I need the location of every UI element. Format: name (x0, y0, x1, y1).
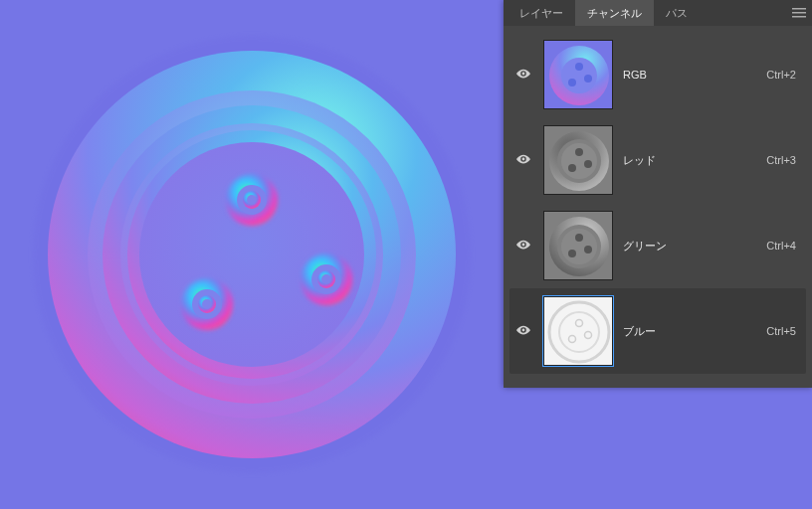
svg-point-35 (568, 164, 576, 172)
channel-name: ブルー (623, 324, 756, 339)
svg-point-44 (584, 246, 592, 254)
channel-thumbnail (543, 211, 613, 280)
document-canvas[interactable] (0, 0, 504, 509)
svg-rect-19 (792, 8, 806, 10)
channel-shortcut: Ctrl+4 (766, 240, 796, 252)
channel-name: レッド (623, 153, 756, 168)
tab-label: チャンネル (587, 6, 642, 21)
svg-point-42 (575, 234, 583, 242)
channel-list: RGB Ctrl+2 レッド Ctrl+3 (504, 26, 812, 380)
panel-tabstrip: レイヤー チャンネル パス (504, 0, 812, 26)
channels-panel: レイヤー チャンネル パス RGB (504, 0, 812, 388)
visibility-toggle[interactable] (513, 240, 533, 252)
svg-point-10 (247, 195, 257, 205)
visibility-toggle[interactable] (513, 69, 533, 81)
channel-thumbnail (543, 125, 613, 195)
svg-point-14 (202, 299, 212, 309)
svg-rect-46 (544, 297, 613, 366)
tab-label: パス (666, 6, 688, 21)
panel-menu-icon[interactable] (792, 8, 806, 18)
normal-map-disc-image (23, 26, 481, 483)
svg-point-36 (584, 160, 592, 168)
channel-row-rgb[interactable]: RGB Ctrl+2 (509, 32, 806, 117)
svg-point-43 (568, 250, 576, 257)
channel-shortcut: Ctrl+2 (766, 69, 796, 81)
svg-point-29 (522, 158, 525, 161)
channel-row-blue[interactable]: ブルー Ctrl+5 (509, 288, 806, 374)
svg-point-37 (522, 244, 525, 247)
visibility-toggle[interactable] (513, 154, 533, 166)
channel-row-red[interactable]: レッド Ctrl+3 (509, 117, 806, 203)
tab-channels[interactable]: チャンネル (575, 0, 654, 26)
channel-thumbnail (543, 40, 613, 109)
svg-point-34 (575, 148, 583, 156)
svg-point-27 (568, 79, 576, 86)
svg-point-26 (575, 63, 583, 71)
tab-label: レイヤー (519, 6, 563, 21)
channel-row-green[interactable]: グリーン Ctrl+4 (509, 203, 806, 288)
channel-shortcut: Ctrl+3 (766, 154, 796, 166)
channel-name: グリーン (623, 239, 756, 254)
svg-point-22 (522, 73, 525, 76)
svg-point-28 (584, 75, 592, 83)
tab-paths[interactable]: パス (654, 0, 700, 26)
visibility-toggle[interactable] (513, 325, 533, 337)
svg-rect-20 (792, 12, 806, 14)
channel-name: RGB (623, 69, 756, 81)
channel-shortcut: Ctrl+5 (766, 325, 796, 337)
svg-point-45 (522, 329, 525, 332)
channel-thumbnail (543, 296, 613, 366)
svg-point-18 (321, 274, 331, 284)
tab-layers[interactable]: レイヤー (508, 0, 575, 26)
svg-rect-21 (792, 16, 806, 18)
